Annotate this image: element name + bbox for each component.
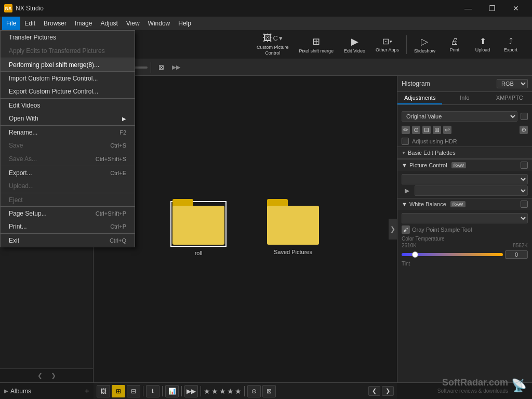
star-3[interactable]: ★ <box>219 387 226 395</box>
menu-export[interactable]: Export... Ctrl+E <box>1 166 135 179</box>
star-rating-bar: ★ ★ ★ ★ ★ <box>204 387 242 395</box>
pc-select-2[interactable] <box>415 185 528 196</box>
other-apps-icon: ⊡▾ <box>382 36 392 46</box>
hdr-checkbox[interactable] <box>402 138 409 145</box>
maximize-button[interactable]: ❐ <box>480 0 504 17</box>
menu-page-setup[interactable]: Page Setup... Ctrl+Shift+P <box>1 206 135 220</box>
export-btn[interactable]: ⤴ Export <box>498 33 524 57</box>
t2-more-icon[interactable]: ▶▶ <box>170 64 182 71</box>
white-balance-header[interactable]: ▼ White Balance RAW <box>397 198 532 210</box>
menu-upload[interactable]: Upload... <box>1 179 135 193</box>
app-icon: NX <box>4 4 12 12</box>
filmstrip-more[interactable]: ▶▶ <box>184 385 198 397</box>
tab-adjustments[interactable]: Adjustments <box>397 92 442 104</box>
color-temp-thumb[interactable] <box>412 251 418 258</box>
adjust-tool-4[interactable]: ⊞ <box>433 126 441 134</box>
title-controls: — ❐ ✕ <box>456 0 528 17</box>
menu-rename[interactable]: Rename... F2 <box>1 125 135 139</box>
upload-btn[interactable]: ⬆ Upload <box>470 33 496 57</box>
folder-item-roll[interactable]: roll <box>171 202 225 256</box>
pc-checkbox[interactable] <box>521 162 528 169</box>
rating-circle[interactable]: ⊙ <box>247 385 261 397</box>
adjust-tool-3[interactable]: ⊟ <box>422 126 431 134</box>
pc-select-1[interactable] <box>402 174 528 184</box>
rating-flag[interactable]: ⊠ <box>262 385 276 397</box>
gray-point-icon[interactable]: 🖌 <box>402 225 410 234</box>
filmstrip-next[interactable]: ❯ <box>382 386 394 396</box>
menu-adjust[interactable]: Adjust <box>96 17 122 30</box>
minimize-button[interactable]: — <box>456 0 480 17</box>
menu-export-custom[interactable]: Export Custom Picture Control... <box>1 85 135 98</box>
menu-import-custom[interactable]: Import Custom Picture Control... <box>1 71 135 85</box>
basic-edit-palettes-header[interactable]: ▼ Basic Edit Palettes <box>397 147 532 159</box>
albums-expand-icon[interactable]: ▶ <box>4 388 8 394</box>
adjust-settings[interactable]: ⚙ <box>520 126 528 134</box>
close-button[interactable]: ✕ <box>504 0 528 17</box>
menu-exit[interactable]: Exit Ctrl+Q <box>1 233 135 247</box>
color-temp-input[interactable] <box>505 250 528 259</box>
filmstrip-view-3[interactable]: ⊟ <box>127 385 140 397</box>
star-5[interactable]: ★ <box>235 387 242 395</box>
adjust-tool-1[interactable]: ✏ <box>402 126 410 134</box>
original-value-checkbox[interactable] <box>521 113 528 120</box>
edit-video-btn[interactable]: ▶ Edit Video <box>340 33 369 57</box>
menu-edit[interactable]: Edit <box>20 17 39 30</box>
left-scroll-right[interactable]: ❯ <box>49 371 58 380</box>
print-shortcut: Ctrl+P <box>110 223 126 230</box>
menu-eject[interactable]: Eject <box>1 193 135 206</box>
right-collapse-arrow[interactable]: ❯ <box>389 219 397 240</box>
filmstrip-prev[interactable]: ❮ <box>368 386 380 396</box>
left-scroll-left[interactable]: ❮ <box>35 371 45 380</box>
filmstrip-info[interactable]: ℹ <box>146 385 159 397</box>
picture-control-header[interactable]: ▼ Picture Control RAW <box>397 159 532 171</box>
custom-picture-btn[interactable]: 🖼 C ▾ Custom PictureControl <box>252 33 293 57</box>
hdr-label: Adjust using HDR <box>412 138 528 144</box>
menu-image[interactable]: Image <box>71 17 96 30</box>
right-panel-tabs: Adjustments Info XMP/IPTC <box>397 92 532 105</box>
menu-file[interactable]: File <box>2 17 20 30</box>
upload-label: Upload <box>475 47 490 52</box>
adjust-tool-2[interactable]: ⊙ <box>412 126 420 134</box>
slideshow-btn[interactable]: ▷ Slideshow <box>410 33 440 57</box>
color-temp-track[interactable] <box>402 253 503 256</box>
menu-save-as[interactable]: Save As... Ctrl+Shift+S <box>1 152 135 166</box>
bottom-sep-4 <box>201 386 201 396</box>
filmstrip-view-1[interactable]: 🖼 <box>97 385 110 397</box>
color-temp-labels: Color Temperature <box>402 236 528 242</box>
wb-select-1[interactable] <box>402 213 528 223</box>
toolbar-group-main: 🖼 C ▾ Custom PictureControl ⊞ Pixel shif… <box>248 32 528 58</box>
wb-checkbox[interactable] <box>521 201 528 208</box>
star-1[interactable]: ★ <box>204 387 210 395</box>
menu-edit-videos[interactable]: Edit Videos <box>1 98 135 112</box>
pc-play-btn[interactable]: ▶ <box>402 186 413 195</box>
menu-apply-edits[interactable]: Apply Edits to Transferred Pictures <box>1 44 135 58</box>
menu-view[interactable]: View <box>122 17 144 30</box>
print-btn[interactable]: 🖨 Print <box>442 33 468 57</box>
menu-transfer-pictures[interactable]: Transfer Pictures <box>1 31 135 44</box>
folder-item-saved[interactable]: Saved Pictures <box>267 203 319 255</box>
folder-shape-roll <box>172 203 224 245</box>
star-4[interactable]: ★ <box>227 387 234 395</box>
menu-save[interactable]: Save Ctrl+S <box>1 139 135 152</box>
tab-info[interactable]: Info <box>442 92 487 104</box>
menu-window[interactable]: Window <box>144 17 175 30</box>
tab-xmp-iptc[interactable]: XMP/IPTC <box>487 92 532 104</box>
white-balance-label: White Balance <box>409 201 446 207</box>
albums-add-icon[interactable]: + <box>85 387 89 395</box>
original-value-select[interactable]: Original Value <box>402 111 517 122</box>
menu-pixel-merge[interactable]: Performing pixel shift merge(8)... <box>1 58 135 71</box>
other-apps-btn[interactable]: ⊡▾ Other Apps <box>371 33 403 57</box>
t2-full-screen[interactable]: ⊠ <box>154 61 168 74</box>
filmstrip-view-2[interactable]: ⊞ <box>112 385 125 397</box>
adjust-tool-5[interactable]: ↩ <box>443 126 451 134</box>
star-2[interactable]: ★ <box>211 387 218 395</box>
albums-label[interactable]: Albums <box>10 388 83 395</box>
menu-help[interactable]: Help <box>174 17 195 30</box>
menu-open-with[interactable]: Open With ▶ <box>1 112 135 125</box>
histogram-channel-select[interactable]: RGB Red Green Blue <box>497 79 528 88</box>
filmstrip-chart[interactable]: 📊 <box>165 385 179 397</box>
folder-label-roll: roll <box>195 250 203 256</box>
menu-browser[interactable]: Browser <box>39 17 71 30</box>
pixel-shift-btn[interactable]: ⊞ Pixel shift merge <box>295 33 338 57</box>
menu-print[interactable]: Print... Ctrl+P <box>1 220 135 233</box>
